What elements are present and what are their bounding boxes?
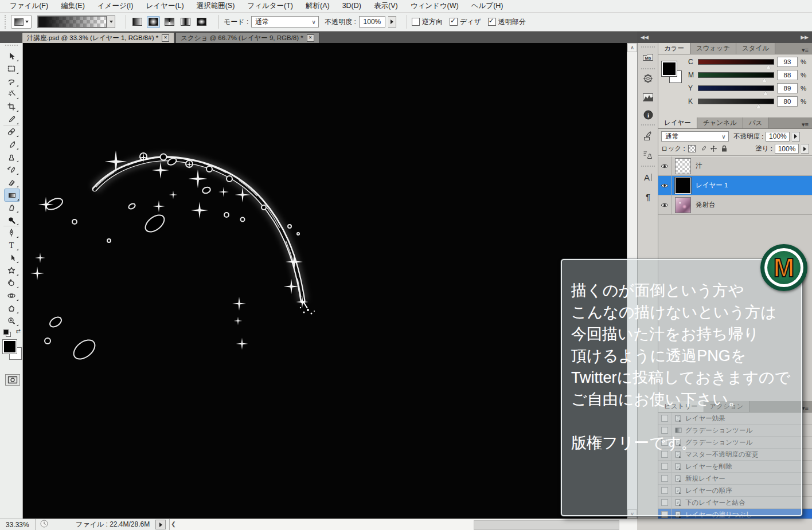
character-panel-icon[interactable]: A (641, 170, 655, 184)
layer-blend-mode-select[interactable]: 通常 ∨ (661, 131, 729, 142)
default-colors-icon[interactable] (3, 329, 10, 336)
layer-row-hasshadai[interactable]: 発射台 (658, 195, 812, 215)
marquee-tool[interactable] (4, 62, 19, 74)
dither-checkbox[interactable] (450, 18, 458, 26)
opacity-spinner[interactable] (388, 16, 396, 28)
lock-transparency-icon[interactable] (688, 145, 696, 153)
menu-help[interactable]: ヘルプ(H) (465, 0, 510, 12)
status-flyout-button[interactable] (155, 520, 166, 529)
healing-brush-tool[interactable] (4, 125, 19, 138)
document-tab-inactive[interactable]: スクショ @ 66.7% (レイヤー 9, RGB/8) * ✕ (175, 32, 319, 43)
layer-thumbnail[interactable] (675, 158, 691, 174)
angle-gradient-button[interactable] (163, 16, 176, 28)
type-tool[interactable]: T (4, 239, 19, 251)
fill-input[interactable]: 100% (775, 144, 799, 154)
close-icon[interactable]: ✕ (162, 34, 169, 42)
blend-mode-select[interactable]: 通常 ∨ (251, 16, 319, 28)
tab-color[interactable]: カラー (658, 43, 690, 54)
menu-filter[interactable]: フィルター(T) (241, 0, 299, 12)
dither-checkbox-row[interactable]: ディザ (450, 17, 481, 27)
cyan-value-input[interactable]: 93 (777, 57, 798, 67)
menu-image[interactable]: イメージ(I) (91, 0, 140, 12)
pen-tool[interactable] (4, 226, 19, 238)
info-icon[interactable]: i (641, 108, 655, 121)
magic-wand-tool[interactable] (4, 88, 19, 100)
black-value-input[interactable]: 80 (777, 96, 798, 107)
lock-position-icon[interactable] (709, 145, 718, 153)
menu-layer[interactable]: レイヤー(L) (140, 0, 190, 12)
layer-opacity-input[interactable]: 100% (766, 132, 790, 142)
magenta-slider[interactable] (698, 72, 774, 78)
canvas-hscrollbar[interactable]: ❮ (169, 519, 637, 530)
expand-panels-icon[interactable]: ▶▶ (801, 34, 809, 40)
crop-tool[interactable] (4, 100, 19, 112)
layer-row-layer1[interactable]: レイヤー 1 (658, 176, 812, 195)
hscroll-thumb[interactable] (474, 520, 620, 530)
transparency-checkbox[interactable] (488, 18, 496, 26)
paragraph-panel-icon[interactable]: ¶ (641, 190, 655, 203)
zoom-tool[interactable] (4, 315, 19, 327)
gradient-tool[interactable] (4, 189, 20, 202)
yellow-value-input[interactable]: 89 (777, 83, 798, 93)
reverse-checkbox-row[interactable]: 逆方向 (412, 17, 443, 27)
3d-rotate-tool[interactable] (4, 277, 19, 289)
panel-menu-icon[interactable]: ▾≡ (798, 121, 812, 128)
foreground-color-swatch[interactable] (3, 340, 17, 354)
clone-source-icon[interactable] (641, 148, 655, 162)
layer-thumbnail[interactable] (675, 197, 691, 213)
layer-row-shiru[interactable]: 汁 (658, 156, 812, 176)
scroll-up-icon[interactable]: ∧ (627, 43, 637, 52)
diamond-gradient-button[interactable] (195, 16, 208, 28)
menu-edit[interactable]: 編集(E) (54, 0, 91, 12)
linear-gradient-button[interactable] (131, 16, 144, 28)
gradient-picker[interactable] (37, 15, 115, 28)
history-brush-tool[interactable] (4, 163, 19, 175)
navigator-icon[interactable] (641, 72, 655, 85)
yellow-slider[interactable] (698, 85, 774, 91)
tab-swatches[interactable]: スウォッチ (690, 43, 736, 54)
lasso-tool[interactable] (4, 75, 19, 87)
custom-shape-tool[interactable] (4, 264, 19, 276)
transparency-checkbox-row[interactable]: 透明部分 (488, 17, 526, 27)
tab-channels[interactable]: チャンネル (697, 117, 743, 128)
menu-view[interactable]: 表示(V) (368, 0, 404, 12)
quick-mask-button[interactable] (5, 374, 20, 386)
scroll-left-icon[interactable]: ❮ (171, 521, 175, 527)
eyedropper-tool[interactable] (4, 113, 19, 125)
swap-colors-icon[interactable]: ⇄ (16, 328, 21, 334)
tab-paths[interactable]: パス (743, 117, 769, 128)
dodge-tool[interactable] (4, 214, 19, 226)
tab-layers[interactable]: レイヤー (658, 117, 697, 128)
collapse-panels-icon[interactable]: ◀◀ (641, 34, 649, 40)
path-selection-tool[interactable] (4, 252, 19, 264)
hand-tool[interactable] (4, 302, 19, 314)
cyan-slider[interactable] (698, 59, 774, 65)
3d-orbit-tool[interactable] (4, 289, 19, 301)
tool-preset-picker[interactable] (11, 15, 32, 29)
smudge-tool[interactable] (4, 201, 19, 213)
document-tab-active[interactable]: 汁講座.psd @ 33.3% (レイヤー 1, RGB/8#) * ✕ (22, 32, 174, 43)
lock-paint-icon[interactable] (698, 145, 707, 153)
tab-styles[interactable]: スタイル (736, 43, 775, 54)
lock-all-icon[interactable] (720, 145, 729, 153)
tool-presets-icon[interactable] (641, 129, 655, 143)
eraser-tool[interactable] (4, 176, 19, 188)
close-icon[interactable]: ✕ (307, 34, 314, 42)
menu-select[interactable]: 選択範囲(S) (190, 0, 241, 12)
panel-menu-icon[interactable]: ▾≡ (798, 46, 812, 54)
toolbar-grip[interactable] (5, 45, 18, 47)
mini-bridge-icon[interactable]: Mb (641, 50, 655, 64)
layer-thumbnail[interactable] (675, 178, 691, 194)
zoom-level-input[interactable]: 33.33% (0, 519, 36, 530)
histogram-icon[interactable] (641, 91, 655, 104)
menu-analysis[interactable]: 解析(A) (299, 0, 336, 12)
clone-stamp-tool[interactable] (4, 151, 19, 163)
opacity-input[interactable]: 100% (359, 16, 385, 28)
reflected-gradient-button[interactable] (179, 16, 192, 28)
radial-gradient-button[interactable] (147, 16, 160, 28)
visibility-eye-icon[interactable] (658, 176, 672, 195)
menu-window[interactable]: ウィンドウ(W) (404, 0, 465, 12)
reverse-checkbox[interactable] (412, 18, 420, 26)
visibility-eye-icon[interactable] (658, 156, 672, 175)
magenta-value-input[interactable]: 88 (777, 70, 798, 80)
